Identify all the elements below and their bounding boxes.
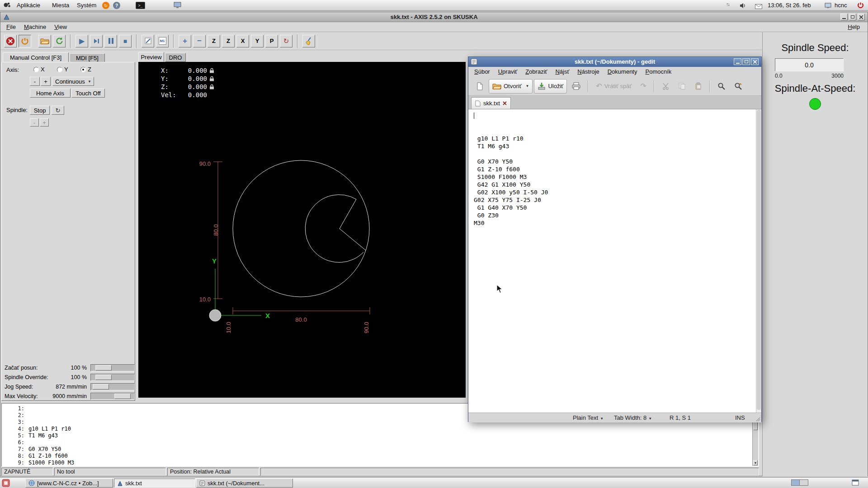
maximize-button[interactable] (849, 14, 856, 20)
mail-tray-icon[interactable] (755, 3, 762, 11)
home-axis-button[interactable]: Home Axis (30, 89, 71, 98)
gedit-scrollbar[interactable] (756, 109, 761, 413)
step-button[interactable] (90, 35, 103, 47)
task-button-gedit[interactable]: skk.txt (~/Dokument... (196, 479, 293, 488)
workspace-1[interactable] (791, 479, 800, 486)
applications-logo-icon[interactable] (3, 1, 11, 11)
help-icon[interactable]: ? (113, 2, 120, 9)
panel-username[interactable]: hcnc (835, 2, 847, 9)
panel-clock[interactable]: 13:06, St 26. feb (768, 2, 811, 9)
estop-button[interactable] (4, 35, 17, 47)
axis-menu-machine[interactable]: Machine (20, 22, 50, 32)
gedit-menu-dokumenty[interactable]: Dokumenty (604, 67, 642, 77)
tab-width-selector[interactable]: Tab Width: 8▼ (614, 414, 652, 421)
tab-manual-control[interactable]: Manual Control [F3] (3, 52, 69, 62)
spindle-override-slider[interactable] (90, 374, 135, 381)
find-button[interactable] (714, 79, 729, 94)
taskbar-launcher-icon[interactable] (2, 479, 10, 488)
menu-places[interactable]: Miesta (48, 0, 73, 10)
view-x-button[interactable]: X (236, 35, 249, 47)
spindle-stop-button[interactable]: Stop (30, 106, 50, 115)
display-settings-icon[interactable] (174, 2, 181, 10)
axis-radio-x[interactable]: X (33, 66, 45, 73)
open-button[interactable]: Otvoriť▼ (489, 79, 533, 94)
menu-system[interactable]: Systém (73, 0, 100, 10)
gedit-text-area[interactable]: g10 L1 P1 r10 T1 M6 g43 G0 X70 Y50 G1 Z-… (468, 109, 761, 413)
spindle-turn-button[interactable]: ↻ (52, 106, 64, 115)
tab-close-icon[interactable] (503, 101, 507, 105)
close-button[interactable] (858, 14, 865, 20)
shutdown-icon[interactable] (857, 2, 864, 10)
gedit-menu-subor[interactable]: Súbor (470, 67, 494, 77)
document-tab[interactable]: skk.txt (471, 97, 511, 109)
language-selector[interactable]: Plain Text▼ (573, 414, 604, 421)
menu-applications[interactable]: Aplikácie (13, 0, 44, 10)
spindle-plus-button[interactable]: + (40, 118, 49, 127)
cut-button[interactable] (658, 79, 673, 94)
view-z-button[interactable]: Z (208, 35, 220, 47)
new-document-button[interactable] (472, 79, 487, 94)
optional-stop-toggle[interactable]: M1 (156, 35, 169, 47)
jog-speed-slider[interactable] (90, 383, 135, 390)
workspace-2[interactable] (800, 479, 808, 486)
updater-icon[interactable]: ↻ (102, 2, 109, 9)
session-monitor-icon[interactable] (825, 2, 831, 10)
axis-radio-z[interactable]: Z (80, 66, 91, 73)
toolpath-preview-canvas[interactable]: 90.0 80.0 10.0 80.0 10.0 90.0 Y X X:0.00… (138, 62, 466, 398)
open-file-button[interactable] (38, 35, 51, 47)
axis-radio-y[interactable]: Y (57, 66, 68, 73)
resize-grip-icon[interactable] (755, 416, 760, 422)
reload-file-button[interactable] (53, 35, 66, 47)
volume-tray-icon[interactable] (740, 2, 746, 10)
tab-dro[interactable]: DRO (165, 53, 186, 62)
clear-plot-button[interactable] (302, 35, 315, 47)
copy-button[interactable] (675, 79, 689, 94)
gedit-titlebar[interactable]: skk.txt (~/Dokumenty) - gedit (468, 57, 761, 67)
terminal-launcher-icon[interactable]: >_ (136, 2, 145, 9)
paste-button[interactable] (691, 79, 706, 94)
gedit-menu-najst[interactable]: Nájsť (551, 67, 573, 77)
axis-titlebar[interactable]: skk.txt - AXIS 2.5.2 on SKUSKA (0, 12, 868, 22)
zoom-out-button[interactable]: − (193, 35, 206, 47)
axis-menu-view[interactable]: View (50, 22, 71, 32)
feed-override-slider[interactable] (90, 364, 135, 371)
skip-lines-toggle[interactable] (142, 35, 154, 47)
redo-button[interactable]: ↷ (637, 79, 650, 94)
tab-mdi[interactable]: MDI [F5] (70, 53, 105, 62)
jog-minus-button[interactable]: - (30, 77, 40, 86)
pause-button[interactable] (104, 35, 117, 47)
view-y-button[interactable]: Y (251, 35, 264, 47)
spindle-minus-button[interactable]: - (30, 118, 39, 127)
stop-program-button[interactable]: ■ (119, 35, 132, 47)
task-button-browser[interactable]: [www.C-N-C.cz • Zob...] (25, 479, 113, 488)
gedit-maximize-button[interactable] (742, 58, 750, 65)
max-velocity-slider[interactable] (90, 393, 135, 400)
gedit-minimize-button[interactable] (734, 58, 741, 65)
network-tray-icon[interactable]: ↑↓ (726, 1, 729, 7)
view-p-button[interactable]: P (265, 35, 278, 47)
machine-power-button[interactable] (19, 35, 31, 47)
gedit-close-button[interactable] (751, 58, 759, 65)
gedit-menu-pomocnik[interactable]: Pomocník (641, 67, 675, 77)
jog-mode-dropdown[interactable]: Continuous▼ (52, 77, 94, 86)
axis-menu-file[interactable]: File (2, 22, 20, 32)
zoom-in-button[interactable]: + (179, 35, 191, 47)
touch-off-button[interactable]: Touch Off (71, 89, 105, 98)
jog-plus-button[interactable]: + (41, 77, 51, 86)
minimize-button[interactable] (840, 14, 848, 20)
tray-window-icon[interactable] (852, 479, 859, 488)
run-program-button[interactable]: ▶ (75, 35, 88, 47)
print-button[interactable] (568, 79, 584, 94)
tab-preview[interactable]: Preview (138, 52, 164, 62)
undo-button[interactable]: ↶Vrátiť späť (592, 79, 635, 94)
gedit-menu-nastroje[interactable]: Nástroje (573, 67, 603, 77)
workspace-pager[interactable] (791, 479, 808, 486)
axis-menu-help[interactable]: Help (844, 22, 864, 32)
replace-button[interactable] (731, 79, 746, 94)
save-button[interactable]: Uložiť (534, 79, 567, 94)
gedit-menu-zobrazit[interactable]: Zobraziť (521, 67, 551, 77)
rotate-view-button[interactable]: ↻ (280, 35, 292, 47)
task-button-axis[interactable]: skk.txt (114, 479, 195, 488)
gedit-menu-upravit[interactable]: Upraviť (494, 67, 521, 77)
view-z2-button[interactable]: Z (222, 35, 235, 47)
